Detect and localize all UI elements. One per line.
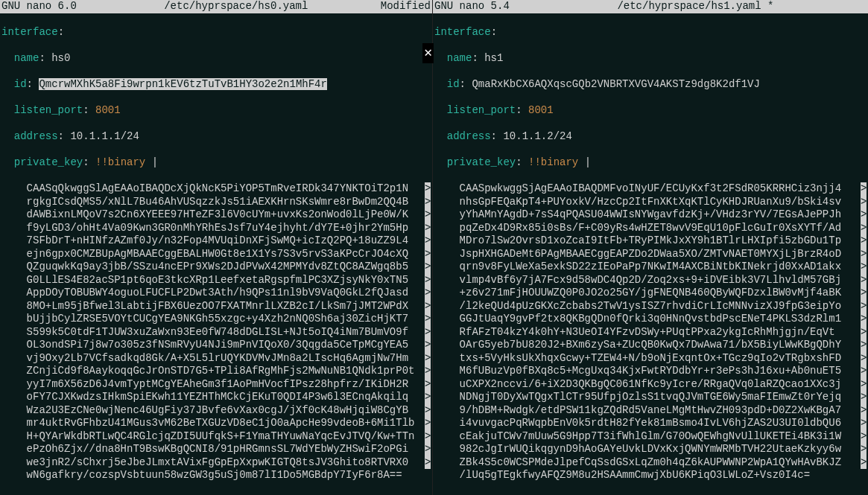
binary-key-line: pqZeDx4D9Rx85i0sBs/F+C09yRs4wHZET8wvV9Eq… — [434, 222, 867, 235]
line-truncated-icon: > — [425, 208, 431, 222]
yaml-key-interface: interface — [1, 26, 58, 38]
binary-key-line: bUjjbCylZRSE5VOYtCUCgYEA9NKGh55xzgc+y4Xz… — [1, 313, 431, 326]
line-truncated-icon: > — [861, 287, 867, 300]
line-truncated-icon: > — [425, 443, 431, 456]
binary-key-line: nhsGpFEQaKpT4+PUYoxkV/HzcCp2ItFnXKtXqKTl… — [434, 196, 867, 209]
yaml-val-address: 10.1.1.2/24 — [503, 130, 571, 142]
line-truncated-icon: > — [425, 352, 431, 365]
line-truncated-icon: > — [861, 248, 867, 261]
line-truncated-icon: > — [861, 391, 867, 404]
titlebar-left: GNU nano 6.0 /etc/hyprspace/hs0.yaml Mod… — [0, 0, 432, 13]
binary-key-line: yyI7m6X56zD6J4vmTyptMCgYEAheGm3f1AoPmHVo… — [1, 378, 431, 392]
yaml-val-listen-port: 8001 — [95, 104, 121, 116]
line-truncated-icon: > — [861, 300, 867, 313]
line-truncated-icon: > — [861, 208, 867, 222]
line-truncated-icon: > — [425, 261, 431, 274]
binary-key-line: CAASqQkwggSlAgEAAoIBAQDcXjQkNcK5PiYOP5Tm… — [1, 182, 431, 196]
file-path: /etc/hyprspace/hs0.yaml — [121, 0, 351, 13]
modified-indicator: Modified — [351, 0, 431, 13]
yaml-val-id-highlighted: QmcrwMXhK5a8Fi9wrpn1kEV6tzTuTvB1HY3o2e2n… — [39, 78, 326, 90]
binary-key-line: yYhAMnYAgdD+7sS4qPQASU04WWIsNYWgavfdzKj+… — [434, 208, 867, 222]
line-truncated-icon: > — [861, 234, 867, 248]
line-truncated-icon: > — [425, 365, 431, 378]
yaml-key-id: id — [447, 78, 460, 90]
binary-key-line: Wza2U3EzCNe0wjNenc46UgFiy37JBvfe6vXax0cg… — [1, 404, 431, 418]
binary-key-line: GGJtUaqY9gvPf2tx8QKBgQDn0fQrki3q0HNnQvst… — [434, 313, 867, 326]
line-truncated-icon: > — [861, 443, 867, 456]
binary-key-line: G0LLlES4E82acSP1pt6qoE3tkcXRp1LeefxetaRg… — [1, 274, 431, 287]
binary-key-line: vlmp4vBf6y7jA7Fcx9d58wDC4Qp2D/Zoq2xs+9+i… — [434, 274, 867, 287]
line-truncated-icon: > — [425, 248, 431, 261]
editor-pane-left: GNU nano 6.0 /etc/hyprspace/hs0.yaml Mod… — [0, 0, 433, 495]
line-truncated-icon: > — [425, 313, 431, 326]
binary-key-line: mr4uktRvGFhbzU41MGus3vM62BeTXGUzVD8eC1jO… — [1, 417, 431, 430]
binary-key-line: /l2keQUd4pUzGKXcZcbabs2TwV1ysISZ7rhvdiCr… — [434, 300, 867, 313]
yaml-key-listen-port: listen_port — [447, 104, 516, 116]
line-truncated-icon: > — [861, 274, 867, 287]
line-truncated-icon: > — [861, 417, 867, 430]
binary-key-line: H+QYArWkdbRTLwQC4RGlcjqZDI5UUfqkS+F1YmaT… — [1, 430, 431, 444]
binary-key-line: 7SFbDrT+nHINfzAZmf0Jy/n32Fop4MVUqiDnXFjS… — [1, 234, 431, 248]
yaml-key-private-key: private_key — [447, 156, 516, 168]
binary-key-line: QZguqwkKq9ay3jbB/SSzu4ncEPr9XWs2DJdPVwX4… — [1, 261, 431, 274]
line-truncated-icon: > — [861, 313, 867, 326]
binary-key-line: 8MO+Lm95jBfwel3LabtijFBX6UezOO7FXATMnrlL… — [1, 300, 431, 313]
modified-indicator — [837, 0, 867, 13]
binary-key-line: S599k5C0tdF1TJUW3xuZaWxn93Ee0fW748dDGLIS… — [1, 326, 431, 339]
line-truncated-icon: > — [861, 339, 867, 352]
line-truncated-icon: > — [425, 300, 431, 313]
binary-key-line: ZCnjiCd9f8AaykoqqGcJrOnSTD7G5+TPli8AfRgM… — [1, 365, 431, 378]
yaml-key-interface: interface — [434, 26, 491, 38]
binary-key-line: wN6gafkry/cozspVsbtuun58wzGW3g5uSj0m87lI… — [1, 469, 431, 482]
line-truncated-icon: > — [861, 456, 867, 470]
line-truncated-icon: > — [425, 339, 431, 352]
binary-key-line: 982cJgIrWUQikqgynD9hAoGAYeUvkLDVxKxjQWNY… — [434, 443, 867, 456]
line-truncated-icon: > — [861, 222, 867, 235]
binary-key-line: cEakjuTCWv7mUuw5G9Hpp7T3ifWhlGlm/G70OwQE… — [434, 430, 867, 444]
line-truncated-icon: > — [861, 378, 867, 392]
line-truncated-icon: > — [861, 404, 867, 418]
binary-key-line: 9/hDBM+Rwdgk/etdPSW11kgZQdRd5VaneLMgMtHw… — [434, 404, 867, 418]
yaml-val-name: hs0 — [51, 52, 70, 64]
binary-key-line: dAWBixnLMQoV7s2Cn6XYEEE97HTeZF3l6V0cUYm+… — [1, 208, 431, 222]
binary-key-line: MDro7lSw2OvrsD1xoZcaI9ItFb+TRyPIMkJxXY9h… — [434, 234, 867, 248]
line-truncated-icon: > — [861, 182, 867, 196]
yaml-binary-tag: !!binary — [528, 156, 578, 168]
close-icon[interactable]: ✕ — [422, 43, 434, 63]
line-truncated-icon: > — [425, 182, 431, 196]
binary-key-line: AppDOyTOBUBWY4oguoLFUCFLP2Dwt3Ath/h9QPs1… — [1, 287, 431, 300]
binary-key-line: JspHXHGADeMt6PAgMBAAECggEAPZDo2DWaa5XO/Z… — [434, 248, 867, 261]
binary-key-line: rgkgICsdQMS5/xNlL7Bu46AhVUSqzzkJs51iAEXK… — [1, 196, 431, 209]
line-truncated-icon: > — [861, 326, 867, 339]
binary-key-line: oFY7CJXKwdzsIHkmSpiEKwh11YEZHThMCkCjEKuT… — [1, 391, 431, 404]
binary-key-line: M6fUBuzVp0fBXq8c5+McgUxq34KjxFwtRYDdbYr+… — [434, 365, 867, 378]
editor-pane-right: GNU nano 5.4 /etc/hyprspace/hs1.yaml * i… — [433, 0, 868, 495]
binary-key-line: +z6v271mFjHOUUWZQ0P0JO2o25GY/jgFNEQNB460… — [434, 287, 867, 300]
line-truncated-icon: > — [861, 430, 867, 444]
editor-content-left[interactable]: interface: name: hs0 id: QmcrwMXhK5a8Fi9… — [0, 13, 432, 496]
yaml-binary-tag: !!binary — [95, 156, 145, 168]
binary-key-line: OL3ondSPi7j8w7o305z3fNSmRVyU4NJi9mPnVIQo… — [1, 339, 431, 352]
line-truncated-icon: > — [425, 378, 431, 392]
binary-key-line: /lUq5gTEgkfwyAFQZ9M8u2HSAAmmCmwjXbU6KPiq… — [434, 469, 867, 482]
private-key-block-right: CAASpwkwggSjAgEAAoIBAQDMFvoINyUF/ECUyKxf… — [434, 182, 867, 482]
yaml-key-listen-port: listen_port — [14, 104, 83, 116]
line-truncated-icon: > — [425, 326, 431, 339]
yaml-val-name: hs1 — [484, 52, 503, 64]
line-truncated-icon: > — [425, 456, 431, 470]
binary-key-line: vj9Oxy2Lb7VCfsadkqd8Gk/A+X5L5lrUQYKDVMvJ… — [1, 352, 431, 365]
binary-key-line: ZBk4S5c0WCSPMdeJlpefCqSsdGSxLqZm0h4qZ6kA… — [434, 456, 867, 470]
yaml-val-listen-port: 8001 — [528, 104, 554, 116]
binary-key-line: txs+5VyHksUkXhqxGcwy+TZEW4+N/b9oNjExqntO… — [434, 352, 867, 365]
line-truncated-icon: > — [425, 404, 431, 418]
binary-key-line: i4vuvgacPqRWqpbEnV0k5rdtH82fYek81mBsmo4I… — [434, 417, 867, 430]
line-truncated-icon: > — [425, 287, 431, 300]
nano-version: GNU nano 6.0 — [1, 0, 121, 13]
yaml-key-id: id — [14, 78, 27, 90]
line-truncated-icon: > — [425, 417, 431, 430]
binary-key-line: uCXPX2nccvi/6+iX2D3QKBgQC061NfKc9yIcre/R… — [434, 378, 867, 392]
binary-key-line: ePzOh6Zjx//dna8HnT9BswKBgQCNI8/91pHRGmns… — [1, 443, 431, 456]
yaml-key-name: name — [14, 52, 39, 64]
editor-content-right[interactable]: interface: name: hs1 id: QmaRxKbCX6AQXqs… — [433, 13, 868, 496]
line-truncated-icon: > — [861, 352, 867, 365]
